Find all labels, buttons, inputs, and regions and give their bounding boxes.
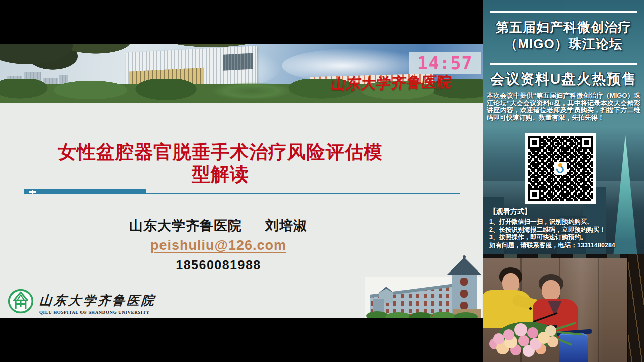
divider-rule <box>490 63 637 65</box>
divider-rule <box>490 11 637 13</box>
slide-title: 女性盆腔器官脱垂手术治疗风险评估模型解读 <box>56 141 384 186</box>
hospital-emblem-icon <box>7 288 34 314</box>
forum-title: 第五届妇产科微创治疗 （MIGO）珠江论坛 <box>483 19 644 52</box>
promo-subtitle: 会议资料U盘火热预售 <box>483 70 644 89</box>
speaker-face <box>542 280 560 301</box>
flower-leaves <box>483 313 578 362</box>
slide-banner-photo: 山东大学齐鲁医院 14:57 <box>0 44 483 103</box>
qr-finder-icon <box>580 136 593 149</box>
guide-step: 如有问题，请联系客服，电话：13311480284 <box>489 242 640 250</box>
tree-branches <box>0 44 342 77</box>
promo-description: 本次会议中提供“第五届妇产科微创治疗（MIGO）珠江论坛”大会会议资料u盘，其中… <box>487 92 640 121</box>
qr-pattern <box>528 136 593 201</box>
promo-sidebar: 第五届妇产科微创治疗 （MIGO）珠江论坛 会议资料U盘火热预售 本次会议中提供… <box>483 0 644 362</box>
hospital-name-watermark: 山东大学齐鲁医院 <box>320 72 463 95</box>
ceiling <box>483 254 644 258</box>
qr-center-logo-icon <box>554 162 567 175</box>
stream-clock: 14:57 <box>409 52 481 74</box>
qr-finder-icon <box>528 136 541 149</box>
flower-bouquet <box>503 329 514 340</box>
affiliation-text: 山东大学齐鲁医院 <box>129 218 242 233</box>
hospital-logo: 山东大学齐鲁医院 QILU HOSPITAL OF SHANDONG UNIVE… <box>7 288 156 315</box>
watch-guide: 【观看方式】 1、打开微信扫一扫，识别预约购买。 2、长按识别海报二维码，立即预… <box>489 207 640 249</box>
historic-building-image <box>361 254 483 318</box>
presenter-name: 刘培淑 <box>265 218 307 233</box>
guide-step: 3、按照操作，即可快速订购预约。 <box>489 234 640 242</box>
email-line: peishuliu@126.com <box>0 238 437 253</box>
guide-step: 1、打开微信扫一扫，识别预约购买。 <box>489 218 640 226</box>
guide-step: 2、长按识别海报二维码，立即预约购买！ <box>489 226 640 234</box>
divider-ornament-icon <box>29 190 36 194</box>
qr-code <box>525 133 596 204</box>
presentation-stream[interactable]: 山东大学齐鲁医院 14:57 女性盆腔器官脱垂手术治疗风险评估模型解读 山东大学… <box>0 0 483 362</box>
stream-stage: 山东大学齐鲁医院 14:57 女性盆腔器官脱垂手术治疗风险评估模型解读 山东大学… <box>0 0 644 362</box>
divider-bar <box>24 189 146 194</box>
qr-finder-icon <box>528 188 541 201</box>
slide-content: 女性盆腔器官脱垂手术治疗风险评估模型解读 山东大学齐鲁医院刘培淑 peishul… <box>0 103 483 318</box>
presenter-line: 山东大学齐鲁医院刘培淑 <box>0 217 437 235</box>
guide-title: 【观看方式】 <box>489 207 640 216</box>
microphone-tip <box>529 307 532 310</box>
hospital-logo-name-en: QILU HOSPITAL OF SHANDONG UNIVERSITY <box>39 310 156 315</box>
speaker-camera-feed[interactable] <box>483 254 644 362</box>
email-link: peishuliu@126.com <box>150 238 286 253</box>
hospital-logo-name-zh: 山东大学齐鲁医院 <box>39 292 156 309</box>
divider-line <box>146 193 460 194</box>
marble-column <box>627 254 644 362</box>
